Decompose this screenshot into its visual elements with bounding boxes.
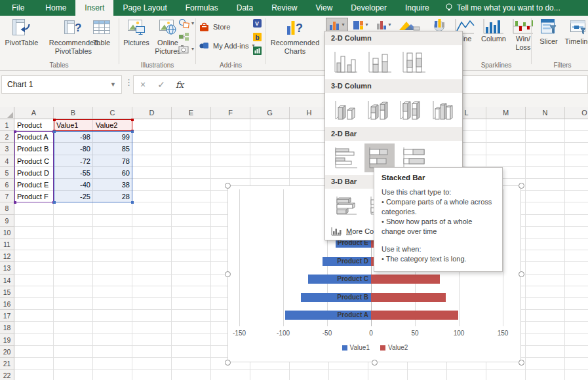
tell-me-box[interactable]: Tell me what you want to do... [439, 0, 567, 16]
row-header-8[interactable]: 8 [0, 202, 14, 214]
column-header-G[interactable]: G [250, 107, 290, 119]
cell-C5[interactable]: 60 [93, 167, 132, 179]
cell-A3[interactable]: Product B [14, 143, 54, 155]
tab-review[interactable]: Review [262, 0, 306, 16]
formula-bar-drag-handle[interactable]: ⋮ [125, 77, 133, 87]
tab-page-layout[interactable]: Page Layout [113, 0, 176, 16]
tab-view[interactable]: View [307, 0, 342, 16]
chart-type-3d-column[interactable] [428, 96, 457, 124]
cell-B7[interactable]: -25 [54, 191, 93, 202]
cell-C4[interactable]: 78 [93, 155, 132, 167]
chart-selection-handle[interactable] [225, 360, 231, 366]
cell-A4[interactable]: Product C [14, 155, 54, 167]
cell-C2[interactable]: 99 [93, 131, 132, 143]
chart-selection-handle[interactable] [225, 183, 231, 189]
tab-file[interactable]: File [0, 0, 36, 16]
chart-selection-handle[interactable] [519, 183, 524, 189]
column-header-O[interactable]: O [565, 107, 588, 119]
visio-addin-button[interactable]: V [253, 19, 262, 28]
cell-C7[interactable]: 28 [93, 191, 132, 202]
cancel-button[interactable]: × [134, 79, 152, 90]
timeline-button[interactable]: Timeline [562, 18, 588, 46]
pivottable-button[interactable]: PivotTable [1, 18, 42, 47]
column-header-D[interactable]: D [132, 107, 172, 119]
row-header-2[interactable]: 2 [0, 131, 14, 143]
row-header-5[interactable]: 5 [0, 167, 14, 179]
cell-A2[interactable]: Product A [14, 131, 54, 143]
chart-legend[interactable]: Value1Value2 [228, 344, 522, 351]
chart-type-stacked-column[interactable] [364, 48, 395, 77]
bing-maps-addin-button[interactable]: b [253, 33, 262, 41]
chart-type-3d-clustered-bar[interactable] [330, 191, 361, 220]
cell-B4[interactable]: -72 [54, 155, 93, 167]
cell-C6[interactable]: 38 [93, 179, 132, 191]
row-header-12[interactable]: 12 [0, 250, 14, 262]
chart-type-3d-clustered-column[interactable] [330, 96, 359, 124]
tab-insert[interactable]: Insert [75, 0, 113, 16]
chart-type-100-stacked-column[interactable] [399, 48, 429, 77]
row-header-19[interactable]: 19 [0, 334, 14, 346]
chart-type-clustered-bar[interactable] [330, 143, 361, 172]
name-box[interactable]: Chart 1 ▼ [1, 75, 122, 94]
chart-type-3d-stacked-column[interactable] [363, 96, 392, 124]
insert-function-button[interactable]: fx [170, 80, 189, 90]
cell-A7[interactable]: Product F [14, 191, 54, 202]
chart-selection-handle[interactable] [519, 360, 524, 366]
recommended-charts-button[interactable]: ? Recommended Charts [267, 18, 323, 56]
column-header-E[interactable]: E [172, 107, 211, 119]
cell-B3[interactable]: -80 [54, 143, 93, 155]
insert-line-or-area-chart-button[interactable] [396, 18, 422, 32]
row-header-13[interactable]: 13 [0, 262, 14, 274]
row-header-10[interactable]: 10 [0, 227, 14, 238]
sparkline-winloss-button[interactable]: Win/ Loss [509, 18, 538, 52]
sparkline-column-button[interactable]: Column [479, 18, 509, 43]
map-3d-button[interactable] [425, 18, 454, 32]
column-header-F[interactable]: F [211, 107, 250, 119]
row-header-6[interactable]: 6 [0, 179, 14, 191]
pictures-button[interactable]: Pictures [121, 18, 152, 47]
tab-inquire[interactable]: Inquire [396, 0, 439, 16]
row-header-4[interactable]: 4 [0, 155, 14, 167]
chart-selection-handle[interactable] [519, 271, 524, 277]
column-header-B[interactable]: B [54, 107, 93, 119]
column-header-N[interactable]: N [526, 107, 565, 119]
insert-hierarchy-chart-button[interactable]: ▾ [349, 18, 372, 32]
table-button[interactable]: Table [87, 18, 117, 47]
tab-formulas[interactable]: Formulas [176, 0, 227, 16]
row-header-17[interactable]: 17 [0, 310, 14, 322]
cell-B5[interactable]: -55 [54, 167, 93, 179]
tab-data[interactable]: Data [227, 0, 262, 16]
chart-selection-handle[interactable] [225, 271, 231, 277]
row-header-1[interactable]: 1 [0, 119, 14, 131]
people-graph-addin-button[interactable] [253, 47, 262, 55]
column-header-C[interactable]: C [93, 107, 132, 119]
column-header-H[interactable]: H [290, 107, 329, 119]
cell-C1[interactable]: Value2 [93, 119, 132, 131]
screenshot-button[interactable]: ▾ [178, 45, 194, 54]
row-header-18[interactable]: 18 [0, 322, 14, 333]
tab-developer[interactable]: Developer [342, 0, 396, 16]
name-box-caret-icon[interactable]: ▼ [105, 81, 121, 88]
bar-value2-product-b[interactable] [371, 293, 446, 302]
my-addins-button[interactable]: My Add-ins ▾ [199, 41, 254, 50]
insert-column-or-bar-chart-button[interactable]: ▾ [326, 18, 348, 32]
cell-B1[interactable]: Value1 [54, 119, 93, 131]
row-header-11[interactable]: 11 [0, 238, 14, 250]
cell-A5[interactable]: Product D [14, 167, 54, 179]
chart-type-3d-100-stacked-column[interactable] [396, 96, 425, 124]
select-all-button[interactable] [0, 107, 14, 119]
cell-A1[interactable]: Product [14, 119, 54, 131]
column-header-M[interactable]: M [486, 107, 526, 119]
row-header-7[interactable]: 7 [0, 191, 14, 202]
row-header-3[interactable]: 3 [0, 143, 14, 155]
chart-selection-handle[interactable] [372, 360, 378, 366]
store-button[interactable]: Store [199, 21, 230, 32]
enter-button[interactable]: ✓ [152, 79, 170, 90]
chart-type-clustered-column[interactable] [330, 48, 361, 77]
bar-value2-product-a[interactable] [371, 311, 458, 320]
row-header-15[interactable]: 15 [0, 286, 14, 298]
bar-value2-product-c[interactable] [371, 275, 440, 284]
cell-B6[interactable]: -40 [54, 179, 93, 191]
smartart-button[interactable] [178, 32, 190, 41]
shapes-button[interactable]: ▾ [178, 18, 194, 29]
